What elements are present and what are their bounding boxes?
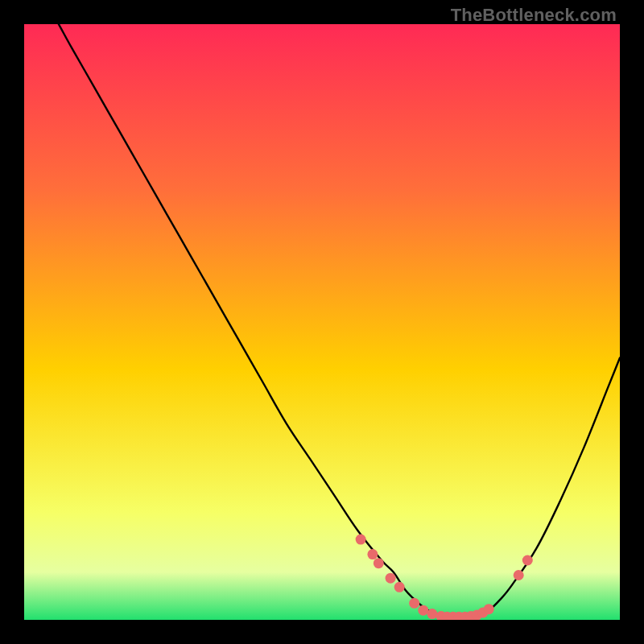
curve-marker (427, 609, 437, 619)
curve-marker (418, 605, 428, 616)
curve-marker (386, 573, 396, 584)
curve-marker (394, 582, 405, 592)
watermark-text: TheBottleneck.com (451, 5, 617, 26)
chart-frame (24, 24, 620, 620)
curve-marker (367, 549, 378, 559)
curve-marker (484, 604, 494, 614)
bottleneck-chart (24, 24, 620, 620)
curve-marker (409, 598, 419, 609)
curve-marker (356, 535, 366, 545)
curve-marker (522, 555, 533, 566)
curve-marker (514, 570, 524, 580)
curve-marker (374, 558, 384, 568)
gradient-background (24, 24, 620, 620)
